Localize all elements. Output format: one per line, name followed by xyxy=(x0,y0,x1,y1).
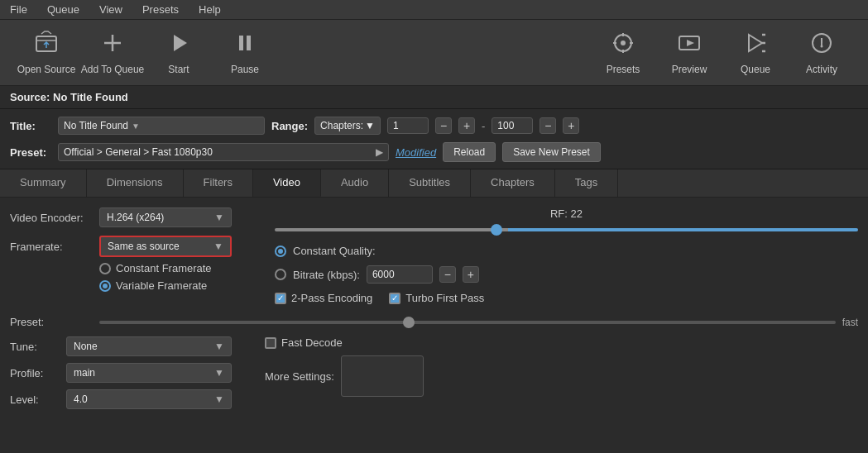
fast-decode-checkbox[interactable] xyxy=(265,337,276,349)
quality-panel: Constant Quality: Bitrate (kbps): − + 2-… xyxy=(275,245,858,304)
start-button[interactable]: Start xyxy=(146,24,212,82)
more-settings-row: More Settings: xyxy=(265,355,424,397)
presets-icon xyxy=(610,30,636,60)
open-source-icon xyxy=(33,30,60,60)
source-bar: Source: No Title Found xyxy=(0,86,868,109)
range-start-plus[interactable]: + xyxy=(458,117,475,134)
two-pass-option[interactable]: 2-Pass Encoding xyxy=(275,292,372,304)
encoder-label: Video Encoder: xyxy=(10,212,93,224)
level-dropdown[interactable]: 4.0 ▼ xyxy=(66,389,232,409)
bitrate-radio[interactable] xyxy=(275,269,286,280)
preset-end-label: fast xyxy=(842,317,858,328)
two-pass-checkbox[interactable] xyxy=(275,293,286,304)
preview-button[interactable]: Preview xyxy=(656,24,722,82)
framerate-dropdown[interactable]: Same as source ▼ xyxy=(99,236,232,257)
left-col: Video Encoder: H.264 (x264) ▼ Framerate:… xyxy=(10,207,258,304)
tab-tags[interactable]: Tags xyxy=(555,169,618,197)
range-end-plus[interactable]: + xyxy=(563,117,579,134)
range-end-input[interactable] xyxy=(492,117,533,134)
chapters-select[interactable]: Chapters: ▼ xyxy=(314,117,381,135)
framerate-type-group: Constant Framerate Variable Framerate xyxy=(99,262,258,292)
two-pass-label: 2-Pass Encoding xyxy=(291,292,372,304)
svg-marker-3 xyxy=(174,35,187,51)
encoder-dropdown[interactable]: H.264 (x264) ▼ xyxy=(99,207,232,227)
fast-decode-label: Fast Decode xyxy=(281,336,343,349)
save-new-preset-button[interactable]: Save New Preset xyxy=(502,142,601,162)
queue-button[interactable]: Queue xyxy=(722,24,789,82)
fast-decode-row: Fast Decode xyxy=(265,336,424,349)
range-start-input[interactable] xyxy=(387,117,429,134)
pause-button[interactable]: Pause xyxy=(212,24,278,82)
tab-audio[interactable]: Audio xyxy=(321,169,389,197)
tune-arrow: ▼ xyxy=(214,341,224,352)
tabs-bar: Summary Dimensions Filters Video Audio S… xyxy=(0,169,868,198)
video-settings-panel: Video Encoder: H.264 (x264) ▼ Framerate:… xyxy=(10,207,858,304)
preset-row: Preset: Official > General > Fast 1080p3… xyxy=(10,139,858,165)
encoder-value: H.264 (x264) xyxy=(107,212,164,223)
turbo-first-pass-option[interactable]: Turbo First Pass xyxy=(389,292,484,304)
right-col: RF: 22 Constant Quality: Bitrate (kbps): xyxy=(275,207,858,304)
add-to-queue-button[interactable]: Add To Queue xyxy=(79,24,146,82)
menu-help[interactable]: Help xyxy=(195,2,224,17)
activity-label: Activity xyxy=(806,64,837,75)
framerate-label: Framerate: xyxy=(10,241,93,253)
menu-view[interactable]: View xyxy=(96,2,126,17)
menu-presets[interactable]: Presets xyxy=(139,2,182,17)
svg-marker-14 xyxy=(749,35,762,51)
preset-slider-track[interactable] xyxy=(99,321,836,324)
rf-slider-thumb[interactable] xyxy=(491,224,502,236)
bottom-form: Tune: None ▼ Profile: main ▼ Level: 4.0 … xyxy=(10,336,858,409)
preset-slider-label: Preset: xyxy=(10,316,93,328)
title-dropdown-arrow: ▼ xyxy=(132,122,140,131)
title-select[interactable]: No Title Found ▼ xyxy=(58,117,265,135)
open-source-button[interactable]: Open Source xyxy=(13,24,79,82)
profile-dropdown[interactable]: main ▼ xyxy=(66,363,232,383)
constant-framerate-radio[interactable] xyxy=(99,263,111,274)
bitrate-plus[interactable]: + xyxy=(463,266,479,283)
rf-slider-container xyxy=(275,223,858,236)
add-to-queue-label: Add To Queue xyxy=(81,64,145,75)
rf-slider-track[interactable] xyxy=(275,228,858,231)
svg-text:i: i xyxy=(820,36,823,50)
preset-slider-thumb[interactable] xyxy=(403,317,415,328)
presets-button[interactable]: Presets xyxy=(590,24,656,82)
rf-section: RF: 22 xyxy=(275,207,858,236)
menu-queue[interactable]: Queue xyxy=(44,2,83,17)
tab-filters[interactable]: Filters xyxy=(184,169,253,197)
preset-path-value: Official > General > Fast 1080p30 xyxy=(64,146,213,158)
preset-slider-row: Preset: fast xyxy=(10,316,858,328)
tab-dimensions[interactable]: Dimensions xyxy=(87,169,184,197)
constant-quality-radio[interactable] xyxy=(275,246,286,257)
reload-button[interactable]: Reload xyxy=(443,142,496,162)
svg-marker-13 xyxy=(687,40,694,46)
tab-video[interactable]: Video xyxy=(253,169,321,197)
variable-framerate-option[interactable]: Variable Framerate xyxy=(99,279,258,292)
turbo-first-pass-checkbox[interactable] xyxy=(389,293,400,304)
config-rows: Title: No Title Found ▼ Range: Chapters:… xyxy=(0,109,868,169)
range-end-minus[interactable]: − xyxy=(540,117,556,134)
tune-dropdown[interactable]: None ▼ xyxy=(66,336,232,356)
tab-subtitles[interactable]: Subtitles xyxy=(389,169,471,197)
modified-link[interactable]: Modified xyxy=(396,146,436,159)
bitrate-minus[interactable]: − xyxy=(439,266,456,283)
range-start-minus[interactable]: − xyxy=(435,117,452,134)
tab-summary[interactable]: Summary xyxy=(0,169,87,197)
more-settings-box[interactable] xyxy=(341,355,424,397)
variable-framerate-radio[interactable] xyxy=(99,280,111,292)
profile-label: Profile: xyxy=(10,367,60,379)
constant-framerate-option[interactable]: Constant Framerate xyxy=(99,262,258,274)
constant-framerate-label: Constant Framerate xyxy=(116,262,212,274)
turbo-first-pass-label: Turbo First Pass xyxy=(405,292,484,304)
preset-path-select[interactable]: Official > General > Fast 1080p30 ▶ xyxy=(58,143,389,161)
tab-chapters[interactable]: Chapters xyxy=(471,169,555,197)
profile-row: Profile: main ▼ xyxy=(10,363,232,383)
framerate-arrow: ▼ xyxy=(213,241,223,252)
bitrate-label: Bitrate (kbps): xyxy=(293,269,360,281)
bitrate-input[interactable] xyxy=(367,265,433,284)
menu-file[interactable]: File xyxy=(7,2,31,17)
range-label: Range: xyxy=(271,120,308,132)
preset-path-arrow: ▶ xyxy=(376,146,383,158)
more-settings-label: More Settings: xyxy=(265,370,334,383)
fast-decode-option[interactable]: Fast Decode xyxy=(265,336,343,349)
activity-button[interactable]: i Activity xyxy=(789,24,855,82)
